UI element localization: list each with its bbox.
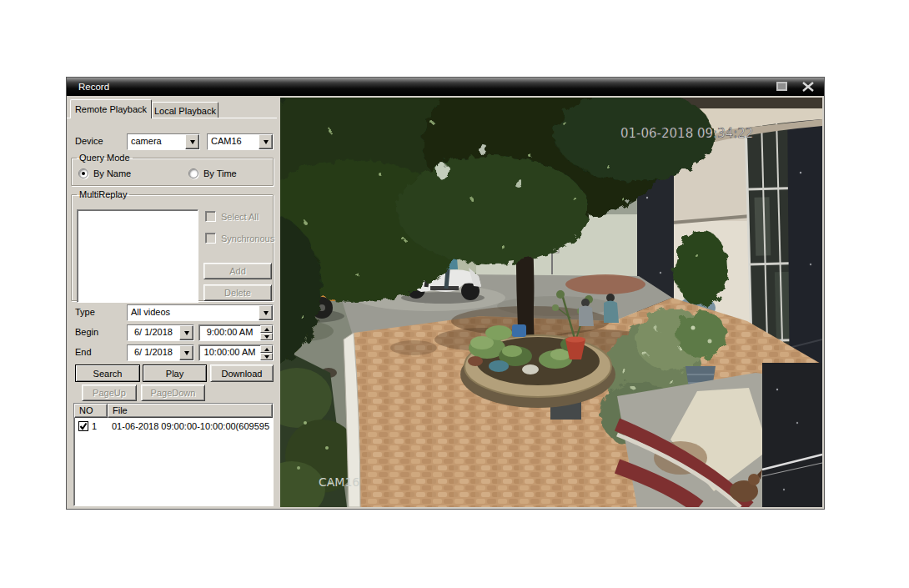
device-select-dropdown-button[interactable] [185,134,199,149]
chevron-down-icon [184,331,189,335]
by-name-radio[interactable] [78,168,88,178]
type-select-value: All videos [128,305,259,320]
end-date-dropdown-button[interactable] [179,345,193,360]
by-time-label[interactable]: By Time [203,168,237,178]
chevron-down-icon [184,351,189,355]
begin-time-value: 9:00:00 AM [199,325,260,340]
multireplay-legend: MultiReplay [77,189,129,199]
end-label: End [75,347,92,357]
search-button-label: Search [93,369,123,379]
blue-chair [512,324,526,337]
page-up-button-label: PageUp [93,388,126,398]
video-frame: 01-06-2018 09:34:22 CAM16 [280,98,822,507]
video-timestamp: 01-06-2018 09:34:22 [620,126,753,141]
query-mode-legend: Query Mode [77,153,133,163]
synchronous-label: Synchronous [221,234,274,244]
maximize-button[interactable] [774,80,789,93]
select-all-checkbox[interactable] [205,211,216,222]
end-time-value: 10:00:00 AM [199,345,260,360]
file-table-header: NO File [74,404,273,418]
row-number: 1 [92,421,112,431]
type-select-dropdown-button[interactable] [259,305,273,320]
column-header-no[interactable]: NO [74,404,108,418]
channel-select-dropdown-button[interactable] [259,134,273,149]
close-button[interactable] [801,80,816,93]
video-display[interactable]: 01-06-2018 09:34:22 CAM16 [280,98,822,507]
titlebar[interactable]: Record [67,78,824,96]
spinner-up-icon[interactable] [260,325,273,333]
download-button-label: Download [222,369,263,379]
chevron-down-icon [264,311,269,315]
tab-remote-playback-label: Remote Playback [75,104,147,114]
spinner-down-icon[interactable] [260,333,273,340]
device-label: Device [75,136,103,146]
column-header-file[interactable]: File [108,404,273,418]
search-button[interactable]: Search [75,364,140,382]
begin-date-value: 6/ 1/2018 [128,325,179,340]
file-table: NO File 1 01-06-2018 09:00:00-10:00:00(6… [73,403,274,506]
camera-label: CAM16 [319,475,359,489]
page-up-button[interactable]: PageUp [82,384,137,401]
row-file-name: 01-06-2018 09:00:00-10:00:00(609595 [112,421,273,431]
by-name-label[interactable]: By Name [93,168,131,178]
tab-remote-playback[interactable]: Remote Playback [70,99,152,118]
multireplay-listbox[interactable] [77,209,198,303]
delete-button[interactable]: Delete [203,284,272,301]
add-button-label: Add [229,266,246,276]
table-row[interactable]: 1 01-06-2018 09:00:00-10:00:00(609595 [74,418,273,435]
begin-date-picker[interactable]: 6/ 1/2018 [127,324,194,341]
add-button[interactable]: Add [203,263,272,279]
begin-label: Begin [75,327,98,337]
channel-select[interactable]: CAM16 [207,133,274,150]
playback-control-panel: Remote Playback Local Playback Device ca… [67,96,277,509]
tab-local-playback-label: Local Playback [154,106,216,116]
end-date-picker[interactable]: 6/ 1/2018 [127,344,194,361]
type-label: Type [75,307,95,317]
spinner-up-icon[interactable] [260,345,273,353]
window-title: Record [78,82,109,92]
by-time-radio[interactable] [188,168,198,178]
type-select[interactable]: All videos [127,304,274,321]
play-button-label: Play [166,369,183,379]
tab-local-playback[interactable]: Local Playback [152,102,218,118]
close-icon [802,82,814,92]
chevron-down-icon [264,140,269,144]
query-mode-group: Query Mode By Name By Time [71,153,274,186]
multireplay-group: MultiReplay Select All Synchronous Add D… [71,189,274,301]
end-time-field[interactable]: 10:00:00 AM [198,344,274,361]
begin-date-dropdown-button[interactable] [179,325,193,340]
delete-button-label: Delete [224,288,251,298]
end-time-spinner[interactable] [260,345,273,360]
begin-time-field[interactable]: 9:00:00 AM [198,324,274,341]
page-down-button[interactable]: PageDown [141,384,205,401]
maximize-icon [776,82,787,91]
download-button[interactable]: Download [210,364,274,382]
page-down-button-label: PageDown [151,388,196,398]
begin-time-spinner[interactable] [260,325,273,340]
check-icon [79,422,88,430]
end-date-value: 6/ 1/2018 [128,345,179,360]
device-select-value: camera [128,134,185,149]
chevron-down-icon [190,140,195,144]
device-select[interactable]: camera [127,133,200,150]
synchronous-checkbox[interactable] [205,233,216,244]
play-button[interactable]: Play [143,364,207,382]
select-all-label: Select All [221,212,259,222]
record-window: Record Remote Playback Local Playback De… [67,78,824,509]
window-content: Remote Playback Local Playback Device ca… [67,96,824,509]
spinner-down-icon[interactable] [260,353,273,360]
channel-select-value: CAM16 [208,134,259,149]
row-checkbox[interactable] [78,421,88,431]
